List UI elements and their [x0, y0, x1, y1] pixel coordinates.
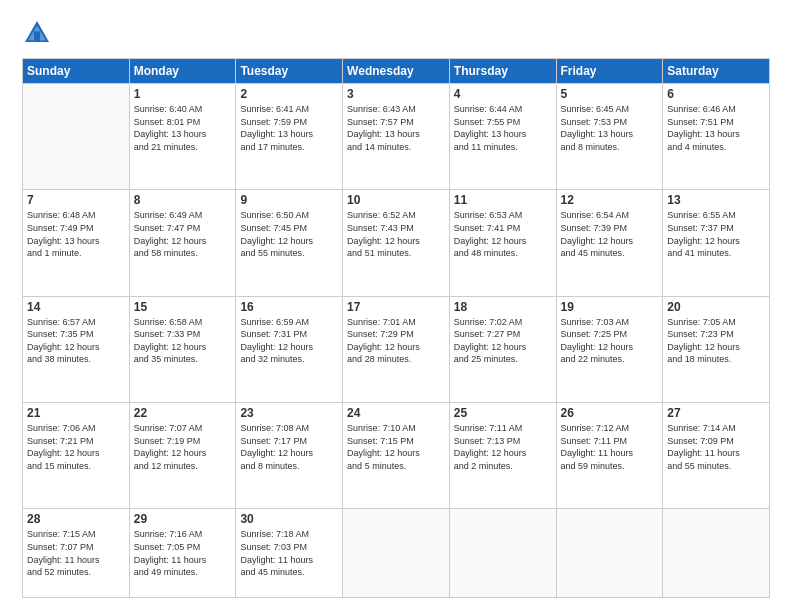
- day-number: 16: [240, 300, 338, 314]
- day-number: 28: [27, 512, 125, 526]
- weekday-header-tuesday: Tuesday: [236, 59, 343, 84]
- calendar-cell: 20Sunrise: 7:05 AM Sunset: 7:23 PM Dayli…: [663, 296, 770, 402]
- calendar-cell: 26Sunrise: 7:12 AM Sunset: 7:11 PM Dayli…: [556, 402, 663, 508]
- calendar-cell: [663, 509, 770, 598]
- calendar-cell: 23Sunrise: 7:08 AM Sunset: 7:17 PM Dayli…: [236, 402, 343, 508]
- day-number: 17: [347, 300, 445, 314]
- svg-rect-2: [34, 32, 40, 43]
- day-number: 13: [667, 193, 765, 207]
- day-number: 8: [134, 193, 232, 207]
- calendar-cell: 22Sunrise: 7:07 AM Sunset: 7:19 PM Dayli…: [129, 402, 236, 508]
- day-number: 4: [454, 87, 552, 101]
- day-info: Sunrise: 7:15 AM Sunset: 7:07 PM Dayligh…: [27, 528, 125, 578]
- calendar-cell: [449, 509, 556, 598]
- calendar-cell: 30Sunrise: 7:18 AM Sunset: 7:03 PM Dayli…: [236, 509, 343, 598]
- day-info: Sunrise: 7:05 AM Sunset: 7:23 PM Dayligh…: [667, 316, 765, 366]
- calendar-cell: [343, 509, 450, 598]
- weekday-header-thursday: Thursday: [449, 59, 556, 84]
- day-number: 5: [561, 87, 659, 101]
- calendar-header-row: SundayMondayTuesdayWednesdayThursdayFrid…: [23, 59, 770, 84]
- logo-icon: [22, 18, 52, 48]
- weekday-header-wednesday: Wednesday: [343, 59, 450, 84]
- day-info: Sunrise: 7:01 AM Sunset: 7:29 PM Dayligh…: [347, 316, 445, 366]
- calendar-cell: 4Sunrise: 6:44 AM Sunset: 7:55 PM Daylig…: [449, 84, 556, 190]
- day-info: Sunrise: 6:58 AM Sunset: 7:33 PM Dayligh…: [134, 316, 232, 366]
- calendar-cell: 1Sunrise: 6:40 AM Sunset: 8:01 PM Daylig…: [129, 84, 236, 190]
- day-number: 27: [667, 406, 765, 420]
- day-info: Sunrise: 6:53 AM Sunset: 7:41 PM Dayligh…: [454, 209, 552, 259]
- calendar-cell: 14Sunrise: 6:57 AM Sunset: 7:35 PM Dayli…: [23, 296, 130, 402]
- day-info: Sunrise: 6:54 AM Sunset: 7:39 PM Dayligh…: [561, 209, 659, 259]
- day-number: 12: [561, 193, 659, 207]
- day-number: 11: [454, 193, 552, 207]
- day-info: Sunrise: 6:48 AM Sunset: 7:49 PM Dayligh…: [27, 209, 125, 259]
- calendar-cell: 24Sunrise: 7:10 AM Sunset: 7:15 PM Dayli…: [343, 402, 450, 508]
- day-info: Sunrise: 7:08 AM Sunset: 7:17 PM Dayligh…: [240, 422, 338, 472]
- day-info: Sunrise: 6:52 AM Sunset: 7:43 PM Dayligh…: [347, 209, 445, 259]
- calendar-cell: 28Sunrise: 7:15 AM Sunset: 7:07 PM Dayli…: [23, 509, 130, 598]
- weekday-header-saturday: Saturday: [663, 59, 770, 84]
- day-number: 2: [240, 87, 338, 101]
- calendar-cell: 8Sunrise: 6:49 AM Sunset: 7:47 PM Daylig…: [129, 190, 236, 296]
- calendar-cell: 27Sunrise: 7:14 AM Sunset: 7:09 PM Dayli…: [663, 402, 770, 508]
- calendar-cell: 18Sunrise: 7:02 AM Sunset: 7:27 PM Dayli…: [449, 296, 556, 402]
- day-number: 19: [561, 300, 659, 314]
- day-number: 21: [27, 406, 125, 420]
- day-number: 14: [27, 300, 125, 314]
- day-info: Sunrise: 6:40 AM Sunset: 8:01 PM Dayligh…: [134, 103, 232, 153]
- day-info: Sunrise: 7:18 AM Sunset: 7:03 PM Dayligh…: [240, 528, 338, 578]
- day-info: Sunrise: 6:44 AM Sunset: 7:55 PM Dayligh…: [454, 103, 552, 153]
- calendar-cell: 15Sunrise: 6:58 AM Sunset: 7:33 PM Dayli…: [129, 296, 236, 402]
- calendar-cell: [23, 84, 130, 190]
- calendar-cell: 6Sunrise: 6:46 AM Sunset: 7:51 PM Daylig…: [663, 84, 770, 190]
- calendar-cell: 2Sunrise: 6:41 AM Sunset: 7:59 PM Daylig…: [236, 84, 343, 190]
- day-info: Sunrise: 6:49 AM Sunset: 7:47 PM Dayligh…: [134, 209, 232, 259]
- day-number: 9: [240, 193, 338, 207]
- calendar-cell: 13Sunrise: 6:55 AM Sunset: 7:37 PM Dayli…: [663, 190, 770, 296]
- calendar-cell: 9Sunrise: 6:50 AM Sunset: 7:45 PM Daylig…: [236, 190, 343, 296]
- calendar-cell: 25Sunrise: 7:11 AM Sunset: 7:13 PM Dayli…: [449, 402, 556, 508]
- day-info: Sunrise: 7:07 AM Sunset: 7:19 PM Dayligh…: [134, 422, 232, 472]
- day-info: Sunrise: 6:45 AM Sunset: 7:53 PM Dayligh…: [561, 103, 659, 153]
- day-info: Sunrise: 7:12 AM Sunset: 7:11 PM Dayligh…: [561, 422, 659, 472]
- day-number: 3: [347, 87, 445, 101]
- logo: [22, 18, 58, 48]
- day-info: Sunrise: 7:03 AM Sunset: 7:25 PM Dayligh…: [561, 316, 659, 366]
- day-info: Sunrise: 6:46 AM Sunset: 7:51 PM Dayligh…: [667, 103, 765, 153]
- day-info: Sunrise: 7:16 AM Sunset: 7:05 PM Dayligh…: [134, 528, 232, 578]
- day-number: 6: [667, 87, 765, 101]
- day-number: 24: [347, 406, 445, 420]
- day-number: 10: [347, 193, 445, 207]
- day-number: 23: [240, 406, 338, 420]
- weekday-header-friday: Friday: [556, 59, 663, 84]
- day-info: Sunrise: 6:41 AM Sunset: 7:59 PM Dayligh…: [240, 103, 338, 153]
- calendar-cell: 21Sunrise: 7:06 AM Sunset: 7:21 PM Dayli…: [23, 402, 130, 508]
- day-info: Sunrise: 7:11 AM Sunset: 7:13 PM Dayligh…: [454, 422, 552, 472]
- day-info: Sunrise: 6:43 AM Sunset: 7:57 PM Dayligh…: [347, 103, 445, 153]
- calendar-cell: 19Sunrise: 7:03 AM Sunset: 7:25 PM Dayli…: [556, 296, 663, 402]
- calendar-cell: [556, 509, 663, 598]
- day-number: 7: [27, 193, 125, 207]
- day-number: 30: [240, 512, 338, 526]
- calendar-cell: 10Sunrise: 6:52 AM Sunset: 7:43 PM Dayli…: [343, 190, 450, 296]
- day-info: Sunrise: 7:10 AM Sunset: 7:15 PM Dayligh…: [347, 422, 445, 472]
- calendar-cell: 3Sunrise: 6:43 AM Sunset: 7:57 PM Daylig…: [343, 84, 450, 190]
- calendar-cell: 7Sunrise: 6:48 AM Sunset: 7:49 PM Daylig…: [23, 190, 130, 296]
- day-info: Sunrise: 7:06 AM Sunset: 7:21 PM Dayligh…: [27, 422, 125, 472]
- day-info: Sunrise: 6:57 AM Sunset: 7:35 PM Dayligh…: [27, 316, 125, 366]
- calendar-cell: 16Sunrise: 6:59 AM Sunset: 7:31 PM Dayli…: [236, 296, 343, 402]
- calendar-cell: 17Sunrise: 7:01 AM Sunset: 7:29 PM Dayli…: [343, 296, 450, 402]
- day-number: 22: [134, 406, 232, 420]
- day-info: Sunrise: 6:59 AM Sunset: 7:31 PM Dayligh…: [240, 316, 338, 366]
- day-number: 15: [134, 300, 232, 314]
- day-number: 1: [134, 87, 232, 101]
- day-info: Sunrise: 6:50 AM Sunset: 7:45 PM Dayligh…: [240, 209, 338, 259]
- day-info: Sunrise: 7:02 AM Sunset: 7:27 PM Dayligh…: [454, 316, 552, 366]
- calendar-cell: 12Sunrise: 6:54 AM Sunset: 7:39 PM Dayli…: [556, 190, 663, 296]
- day-info: Sunrise: 7:14 AM Sunset: 7:09 PM Dayligh…: [667, 422, 765, 472]
- weekday-header-sunday: Sunday: [23, 59, 130, 84]
- day-info: Sunrise: 6:55 AM Sunset: 7:37 PM Dayligh…: [667, 209, 765, 259]
- day-number: 26: [561, 406, 659, 420]
- calendar-cell: 5Sunrise: 6:45 AM Sunset: 7:53 PM Daylig…: [556, 84, 663, 190]
- calendar-table: SundayMondayTuesdayWednesdayThursdayFrid…: [22, 58, 770, 598]
